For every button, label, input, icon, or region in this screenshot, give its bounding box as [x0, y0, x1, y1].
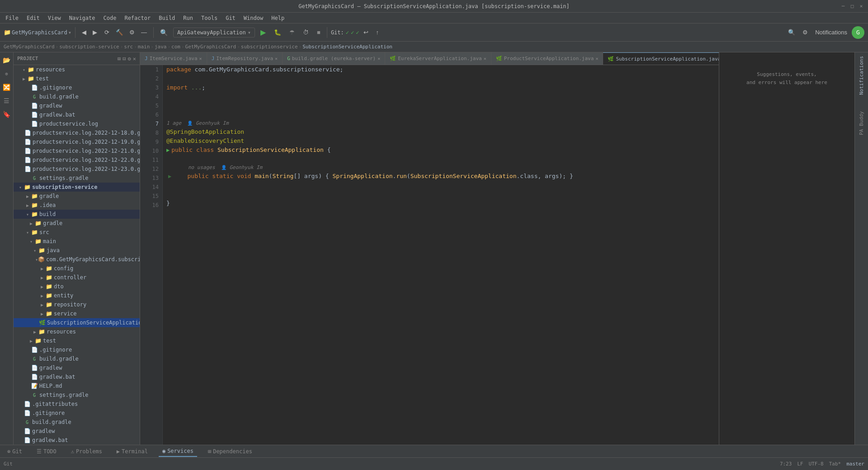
stop-button[interactable]: ■ [314, 27, 323, 38]
tree-item-gitignore1[interactable]: 📄 .gitignore [14, 83, 140, 92]
tree-item-productservicelog[interactable]: 📄 productservice.log [14, 119, 140, 128]
tree-item-java[interactable]: ▾ 📁 java [14, 246, 140, 255]
tree-item-log5[interactable]: 📄 productservice.log.2022-12-23.0.gz [14, 164, 140, 174]
tree-item-settingsgradle1[interactable]: G settings.gradle [14, 174, 140, 183]
hammer-button[interactable]: 🔨 [113, 27, 126, 38]
minimize-button[interactable]: ─ [840, 3, 846, 9]
settings2-button[interactable]: ⚙ [800, 27, 811, 38]
user-avatar[interactable]: G [852, 26, 864, 39]
code-editor[interactable]: 1 2 3 4 5 6 7 8 9 10 11 12 13 14 15 16 [140, 65, 719, 445]
tab-buildgradle[interactable]: G build.gradle (eureka-server) ✕ [283, 52, 385, 65]
sync-button[interactable]: ⟳ [102, 27, 112, 38]
tree-item-log2[interactable]: 📄 productservice.log.2022-12-19.0.gz [14, 137, 140, 146]
tab-itemservice[interactable]: J ItemService.java ✕ [140, 52, 207, 65]
notifications-tab[interactable]: Notifications [857, 52, 866, 99]
tree-item-idea[interactable]: ▶ 📁 .idea [14, 201, 140, 210]
maximize-button[interactable]: □ [849, 3, 855, 9]
tree-item-test2[interactable]: ▶ 📁 test [14, 336, 140, 345]
tree-item-buildgradle2[interactable]: G build.gradle [14, 354, 140, 363]
tree-item-gradle2[interactable]: ▶ 📁 gradle [14, 219, 140, 228]
search-everywhere-button[interactable]: 🔍 [785, 27, 798, 38]
project-icon[interactable]: 📂 [1, 54, 13, 66]
menu-item-build[interactable]: Build [155, 14, 179, 22]
menu-item-code[interactable]: Code [100, 14, 120, 22]
tree-item-gradle[interactable]: ▶ 📁 gradle [14, 192, 140, 201]
menu-item-help[interactable]: Help [268, 14, 288, 22]
menu-item-git[interactable]: Git [222, 14, 239, 22]
tree-item-src[interactable]: ▾ 📁 src [14, 228, 140, 237]
forward-button[interactable]: ▶ [90, 27, 100, 38]
breadcrumb-getmygraphicscard[interactable]: GetMyGraphicsCard [4, 44, 55, 50]
tree-item-config[interactable]: ▶ 📁 config [14, 264, 140, 273]
search-button[interactable]: 🔍 [157, 27, 170, 38]
minus-button[interactable]: — [138, 27, 150, 38]
coverage-button[interactable]: ☂ [287, 27, 297, 38]
notifications-button[interactable]: Notifications [812, 27, 850, 38]
menu-item-window[interactable]: Window [240, 14, 267, 22]
tree-item-gradlew1[interactable]: 📄 gradlew [14, 101, 140, 110]
status-encoding[interactable]: UTF-8 [809, 461, 824, 467]
tab-productservice[interactable]: 🌿 ProductServiceApplication.java ✕ [491, 52, 604, 65]
close-button[interactable]: ✕ [858, 3, 864, 9]
tree-item-gradlewbat2[interactable]: 📄 gradlew.bat [14, 372, 140, 381]
status-lf[interactable]: LF [797, 461, 803, 467]
code-content[interactable]: package com.GetMyGraphicsCard.subscripti… [163, 65, 719, 445]
pa-buddy-tab[interactable]: PA Buddy [857, 108, 866, 139]
tab-close-icon5[interactable]: ✕ [595, 56, 598, 61]
status-branch[interactable]: master [846, 461, 864, 467]
project-widget[interactable]: 📁 GetMyGraphicsCard ▾ [4, 29, 71, 36]
tree-item-gradlewbat3[interactable]: 📄 gradlew.bat [14, 436, 140, 445]
tree-item-gitattributes[interactable]: 📄 .gitattributes [14, 400, 140, 409]
tree-item-dto[interactable]: ▶ 📁 dto [14, 282, 140, 291]
tab-subscriptionservice[interactable]: 🌿 SubscriptionServiceApplication.java ✕ … [603, 52, 719, 65]
tree-item-build[interactable]: ▾ 📁 build [14, 210, 140, 219]
window-controls[interactable]: ─ □ ✕ [840, 3, 864, 9]
tree-item-test[interactable]: ▶ 📁 test [14, 74, 140, 83]
tree-item-gitignore3[interactable]: 📄 .gitignore [14, 409, 140, 418]
tree-item-log3[interactable]: 📄 productservice.log.2022-12-21.0.gz [14, 146, 140, 155]
run-button[interactable]: ▶ [258, 26, 269, 38]
pull-requests-icon[interactable]: 🔀 [1, 81, 13, 93]
bottom-tab-services[interactable]: ◉ Services [159, 446, 197, 457]
breadcrumb-java[interactable]: java [155, 44, 167, 50]
tree-settings-icon[interactable]: ⚙ [128, 56, 131, 62]
bottom-tab-todo[interactable]: ☰ TODO [33, 446, 60, 456]
menu-item-refactor[interactable]: Refactor [121, 14, 154, 22]
bookmarks-icon[interactable]: 🔖 [1, 108, 13, 120]
back-button[interactable]: ◀ [79, 27, 89, 38]
tree-item-gitignore2[interactable]: 📄 .gitignore [14, 345, 140, 354]
tree-item-resources2[interactable]: ▶ 📁 resources [14, 327, 140, 336]
breadcrumb-subscription-service[interactable]: subscription-service [59, 44, 119, 50]
tree-close-icon[interactable]: ✕ [133, 56, 136, 62]
tab-close-icon4[interactable]: ✕ [484, 56, 486, 61]
tree-item-log4[interactable]: 📄 productservice.log.2022-12-22.0.gz [14, 155, 140, 164]
breadcrumb-com[interactable]: com [171, 44, 180, 50]
commit-icon[interactable]: ⊕ [1, 68, 13, 80]
settings-button[interactable]: ⚙ [127, 27, 137, 38]
status-indent[interactable]: Tab* [829, 461, 841, 467]
tree-item-helpmd[interactable]: 📝 HELP.md [14, 381, 140, 390]
bottom-tab-problems[interactable]: ⚠ Problems [67, 446, 106, 456]
tab-eureka[interactable]: 🌿 EurekaServerApplication.java ✕ [385, 52, 491, 65]
expand-all-icon[interactable]: ⊞ [118, 56, 121, 62]
bottom-tab-dependencies[interactable]: ⊞ Dependencies [204, 446, 256, 456]
tree-item-buildgradle3[interactable]: G build.gradle [14, 418, 140, 427]
tree-item-repository[interactable]: ▶ 📁 repository [14, 300, 140, 309]
menu-item-navigate[interactable]: Navigate [66, 14, 99, 22]
tree-item-subscription-service[interactable]: ▾ 📁 subscription-service [14, 183, 140, 192]
breadcrumb-subservice[interactable]: subscriptionservice [241, 44, 298, 50]
bottom-tab-git[interactable]: ⊕ Git [4, 446, 26, 456]
tree-item-subscriptionapp[interactable]: 🌿 SubscriptionServiceApplicatio [14, 318, 140, 327]
tab-close-icon2[interactable]: ✕ [275, 56, 278, 61]
tree-item-resources[interactable]: ▾ 📁 resources [14, 65, 140, 74]
tree-item-gradlew2[interactable]: 📄 gradlew [14, 363, 140, 372]
tab-itemrepository[interactable]: J ItemRepository.java ✕ [207, 52, 283, 65]
breadcrumb-src[interactable]: src [124, 44, 133, 50]
run-configuration-dropdown[interactable]: ApiGatewayApplication ▾ [173, 28, 255, 38]
tree-item-buildgradle1[interactable]: G build.gradle [14, 92, 140, 101]
tree-item-controller[interactable]: ▶ 📁 controller [14, 273, 140, 282]
tree-item-package[interactable]: ▾ 📦 com.GetMyGraphicsCard.subscrip [14, 255, 140, 264]
breadcrumb-main[interactable]: main [138, 44, 150, 50]
tab-close-icon[interactable]: ✕ [199, 56, 202, 61]
tree-item-settingsgradle2[interactable]: G settings.gradle [14, 390, 140, 400]
